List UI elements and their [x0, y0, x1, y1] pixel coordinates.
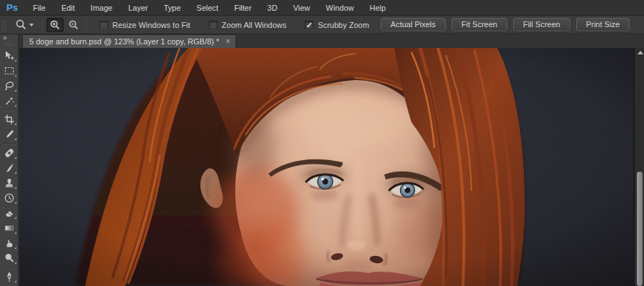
smudge-icon	[4, 237, 15, 249]
dodge-icon	[4, 252, 15, 264]
collapse-panel-icon[interactable]: »	[0, 34, 18, 42]
photoshop-window: Ps File Edit Image Layer Type Select Fil…	[0, 0, 644, 286]
crop-tool[interactable]	[1, 112, 18, 127]
document-tab[interactable]: 5 doge and burn.psd @ 123% (Layer 1 copy…	[22, 34, 236, 48]
lasso-tool[interactable]	[1, 78, 18, 93]
fill-screen-button[interactable]: Fill Screen	[513, 18, 570, 31]
eyedropper-icon	[4, 129, 15, 140]
menu-image[interactable]: Image	[83, 4, 121, 12]
document-tab-title: 5 doge and burn.psd @ 123% (Layer 1 copy…	[29, 37, 219, 46]
magic-wand-icon	[4, 95, 15, 107]
history-brush-tool[interactable]	[1, 190, 18, 205]
zoom-in-icon	[49, 19, 61, 31]
actual-pixels-button[interactable]: Actual Pixels	[381, 18, 446, 31]
menu-file[interactable]: File	[25, 4, 54, 12]
clone-stamp-tool[interactable]	[1, 175, 18, 190]
fit-screen-button[interactable]: Fit Screen	[452, 18, 507, 31]
tool-palette: »	[0, 34, 19, 286]
pen-tool[interactable]	[1, 269, 18, 284]
vertical-scrollbar[interactable]	[633, 48, 644, 286]
menu-window[interactable]: Window	[318, 4, 361, 12]
marquee-icon	[4, 65, 15, 77]
eyedropper-tool[interactable]	[1, 127, 18, 142]
gradient-icon	[4, 222, 15, 234]
menu-type[interactable]: Type	[156, 4, 189, 12]
portrait-image	[19, 48, 633, 286]
brush-tool[interactable]	[1, 160, 18, 175]
zoom-tool-preset[interactable]	[8, 19, 39, 31]
tool-palette-grip[interactable]	[4, 44, 14, 46]
menu-edit[interactable]: Edit	[54, 4, 83, 12]
menu-view[interactable]: View	[286, 4, 318, 12]
checkbox-resize-windows-to-fit[interactable]: Resize Windows to Fit	[99, 21, 190, 29]
gradient-tool[interactable]	[1, 220, 18, 235]
checkbox-box	[209, 21, 218, 29]
checkbox-scrubby-zoom[interactable]: ✓ Scrubby Zoom	[305, 21, 369, 29]
magic-wand-tool[interactable]	[1, 93, 18, 108]
checkbox-label: Scrubby Zoom	[318, 21, 369, 29]
history-brush-icon	[4, 192, 15, 204]
clone-stamp-icon	[4, 177, 15, 189]
move-icon	[4, 50, 15, 61]
checkbox-box: ✓	[305, 21, 313, 29]
options-bar: Resize Windows to Fit Zoom All Windows ✓…	[0, 16, 644, 34]
eraser-icon	[4, 207, 15, 219]
scrollbar-arrow-icon[interactable]	[638, 51, 643, 54]
menu-filter[interactable]: Filter	[226, 4, 259, 12]
menu-select[interactable]: Select	[189, 4, 227, 12]
scrollbar-thumb[interactable]	[637, 172, 643, 286]
menu-help[interactable]: Help	[361, 4, 394, 12]
document-tab-bar: 5 doge and burn.psd @ 123% (Layer 1 copy…	[19, 34, 644, 48]
zoom-out-button[interactable]	[65, 18, 82, 32]
options-bar-grip[interactable]	[1, 19, 8, 31]
dodge-tool[interactable]	[1, 250, 18, 265]
healing-brush-icon	[4, 147, 15, 159]
print-size-button[interactable]: Print Size	[576, 18, 630, 31]
brush-icon	[4, 162, 15, 174]
zoom-out-icon	[68, 19, 79, 31]
checkbox-label: Resize Windows to Fit	[112, 21, 190, 29]
move-tool[interactable]	[1, 48, 18, 63]
pen-icon	[4, 271, 15, 282]
lasso-icon	[4, 80, 15, 92]
eraser-tool[interactable]	[1, 205, 18, 220]
photoshop-logo: Ps	[0, 2, 25, 13]
smudge-tool[interactable]	[1, 235, 18, 250]
spot-healing-brush-tool[interactable]	[1, 145, 18, 160]
menu-layer[interactable]: Layer	[120, 4, 156, 12]
menu-bar: Ps File Edit Image Layer Type Select Fil…	[0, 0, 644, 16]
film-grain	[19, 48, 633, 286]
rectangular-marquee-tool[interactable]	[1, 63, 18, 78]
chevron-down-icon	[29, 24, 34, 26]
tab-close-icon[interactable]: ×	[225, 37, 230, 46]
zoom-in-button[interactable]	[47, 18, 64, 32]
menu-3d[interactable]: 3D	[260, 4, 286, 12]
checkbox-zoom-all-windows[interactable]: Zoom All Windows	[209, 21, 286, 29]
zoom-tool-icon	[15, 19, 27, 31]
crop-icon	[4, 114, 15, 125]
document-canvas[interactable]	[19, 48, 633, 286]
checkbox-box	[99, 21, 108, 29]
checkbox-label: Zoom All Windows	[222, 21, 286, 29]
